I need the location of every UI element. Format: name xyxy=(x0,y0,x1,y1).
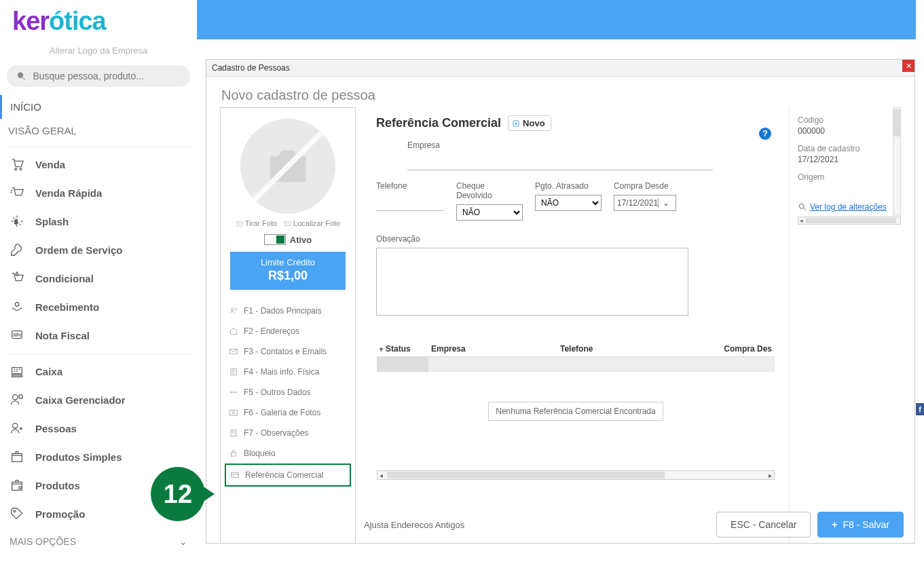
help-icon[interactable]: ? xyxy=(759,128,771,140)
compra-label: Compra Desde xyxy=(614,181,676,191)
save-button[interactable]: +F8 - Salvar xyxy=(817,512,904,537)
tirar-foto-link[interactable]: Tirar Foto xyxy=(236,219,277,227)
nav-venda-rapida[interactable]: Venda Rápida xyxy=(7,178,190,207)
grid-header[interactable]: Status Empresa Telefone Compra Des xyxy=(377,341,775,357)
ajusta-enderecos-link[interactable]: Ajusta Enderecos Antigos xyxy=(364,520,709,530)
empresa-input[interactable] xyxy=(407,154,713,170)
right-panel: Código 000000 Data de cadastro 17/12/202… xyxy=(789,107,901,543)
svg-point-0 xyxy=(18,73,23,78)
svg-point-2 xyxy=(20,168,22,170)
search-input[interactable] xyxy=(33,71,181,81)
referencias-grid: Status Empresa Telefone Compra Des Nenhu… xyxy=(376,341,775,480)
localizar-foto-link[interactable]: Localizar Foto xyxy=(284,219,340,227)
tab-dados-principais[interactable]: F1 - Dados Principais xyxy=(225,301,351,321)
svg-point-15 xyxy=(280,160,295,176)
tab-outros-dados[interactable]: F5 - Outros Dados xyxy=(225,382,351,402)
svg-rect-28 xyxy=(232,453,236,456)
search-icon xyxy=(798,202,807,212)
right-vertical-scrollbar[interactable] xyxy=(893,107,901,216)
nav-nota-fiscal[interactable]: NFeNota Fiscal xyxy=(7,321,190,350)
svg-point-13 xyxy=(19,487,22,489)
step-badge: 12 xyxy=(151,467,205,521)
svg-text:NFe: NFe xyxy=(14,333,22,337)
codigo-value: 000000 xyxy=(798,126,901,136)
close-icon[interactable]: ✕ xyxy=(902,60,914,72)
svg-point-9 xyxy=(19,395,23,399)
col-empresa[interactable]: Empresa xyxy=(431,344,560,354)
svg-point-14 xyxy=(14,510,16,512)
svg-point-22 xyxy=(231,392,232,393)
nav-caixa-gerenciador[interactable]: Caixa Gerenciador xyxy=(7,385,190,414)
svg-point-23 xyxy=(233,392,234,393)
facebook-icon[interactable]: f xyxy=(916,403,924,415)
empresa-label: Empresa xyxy=(407,140,713,150)
svg-rect-11 xyxy=(12,453,22,461)
cancel-button[interactable]: ESC - Cancelar xyxy=(716,512,811,537)
nav-pessoas[interactable]: Pessoas xyxy=(7,414,190,442)
pgto-label: Pgto. Atrasado xyxy=(535,181,602,191)
col-compra-desde[interactable]: Compra Des xyxy=(642,344,775,354)
svg-rect-25 xyxy=(230,411,238,416)
left-panel: Tirar Foto Localizar Foto Ativo Limite C… xyxy=(220,107,356,543)
ativo-toggle[interactable]: Ativo xyxy=(225,234,351,245)
modal-footer: Ajusta Enderecos Antigos ESC - Cancelar … xyxy=(356,506,914,543)
grid-horizontal-scrollbar[interactable]: ◂▸ xyxy=(377,470,775,480)
center-panel: Referência Comercial Novo ? Empresa Tele… xyxy=(356,107,789,543)
observacao-label: Observação xyxy=(376,234,775,244)
grid-row-empty xyxy=(377,357,775,372)
svg-point-17 xyxy=(238,223,240,225)
nav-inicio[interactable]: INÍCIO xyxy=(0,95,197,119)
search-box[interactable] xyxy=(7,65,190,87)
tab-galeria-fotos[interactable]: F6 - Galeria de Fotos xyxy=(225,402,351,423)
nav-condicional[interactable]: Condicional xyxy=(7,264,190,293)
limite-credito-button[interactable]: Limite Crédito R$1,00 xyxy=(230,252,346,290)
search-icon xyxy=(16,71,26,81)
chevron-down-icon: ⌄ xyxy=(179,536,187,547)
tab-referencia-comercial[interactable]: Referência Comercial xyxy=(225,464,351,487)
svg-rect-7 xyxy=(12,368,22,374)
col-telefone[interactable]: Telefone xyxy=(560,344,642,354)
datacad-value: 17/12/2021 xyxy=(798,155,901,164)
logo-tagline[interactable]: Alterar Logo da Empresa xyxy=(0,45,197,56)
observacao-textarea[interactable] xyxy=(376,248,688,316)
nav-group-1: Venda Venda Rápida $Splash Ordem de Serv… xyxy=(7,147,190,350)
photo-placeholder[interactable] xyxy=(240,119,335,214)
tab-enderecos[interactable]: F2 - Endereços xyxy=(225,321,351,341)
tab-observacoes[interactable]: F7 - Observações xyxy=(225,423,351,443)
cheque-select[interactable]: NÃO xyxy=(456,204,523,221)
svg-point-1 xyxy=(15,168,17,170)
tab-mais-info-fisica[interactable]: F4 - Mais info. Física xyxy=(225,362,351,382)
svg-point-8 xyxy=(13,395,18,400)
nav-caixa[interactable]: Caixa xyxy=(7,357,190,385)
plus-icon xyxy=(512,119,520,128)
tab-contatos-emails[interactable]: F3 - Contatos e Emails xyxy=(225,341,351,362)
modal-cadastro-pessoas: Cadastro de Pessoas ✕ Novo cadastro de p… xyxy=(206,59,915,544)
nav-splash[interactable]: $Splash xyxy=(7,207,190,235)
svg-point-26 xyxy=(232,411,235,414)
svg-point-24 xyxy=(236,392,237,393)
grid-empty-message: Nenhuma Referência Comercial Encontrada xyxy=(377,406,775,416)
svg-rect-29 xyxy=(232,473,239,478)
tab-bloqueio[interactable]: Bloqueio xyxy=(225,443,351,464)
datacad-label: Data de cadastro xyxy=(798,144,901,153)
telefone-input[interactable] xyxy=(376,195,444,211)
telefone-label: Telefone xyxy=(376,181,444,191)
nav-venda[interactable]: Venda xyxy=(7,150,190,178)
nav-produtos-simples[interactable]: Produtos Simples xyxy=(7,442,190,471)
nav-visao-geral[interactable]: VISÃO GERAL xyxy=(0,119,197,143)
novo-button[interactable]: Novo xyxy=(508,115,551,131)
pgto-select[interactable]: NÃO xyxy=(535,195,602,211)
compra-date-input[interactable]: 17/12/2021⌄ xyxy=(614,195,676,211)
camera-icon xyxy=(264,146,312,187)
col-status[interactable]: Status xyxy=(377,344,431,354)
nav-more-options[interactable]: MAIS OPÇÕES ⌄ xyxy=(0,528,197,547)
modal-heading: Novo cadastro de pessoa xyxy=(206,77,914,109)
nav-ordem-servico[interactable]: Ordem de Serviço xyxy=(7,235,190,264)
chevron-down-icon[interactable]: ⌄ xyxy=(658,198,673,208)
origem-label: Origem xyxy=(798,172,901,182)
right-horizontal-scrollbar[interactable]: ◂ xyxy=(798,216,901,225)
nav-recebimento[interactable]: Recebimento xyxy=(7,293,190,321)
svg-point-10 xyxy=(13,423,18,428)
svg-point-4 xyxy=(15,303,19,307)
ver-log-link[interactable]: Ver log de alterações xyxy=(798,202,887,212)
